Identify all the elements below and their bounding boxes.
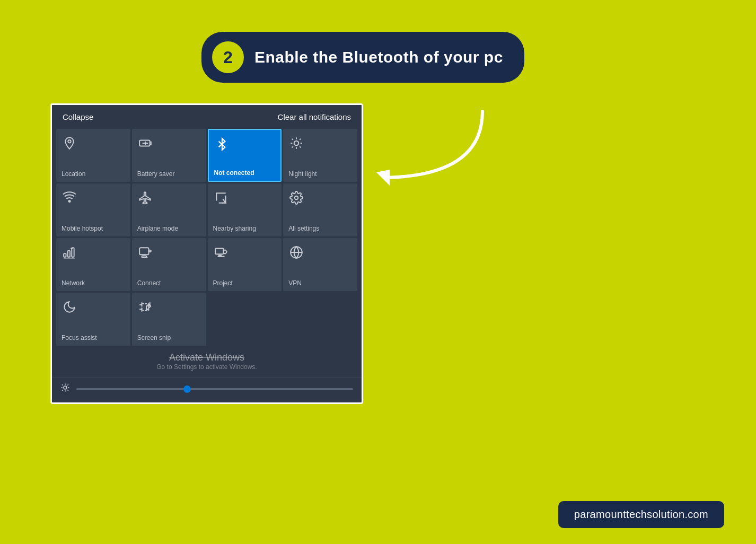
screen-snip-icon — [138, 300, 152, 318]
network-icon — [63, 245, 76, 263]
connect-icon — [138, 245, 152, 263]
svg-rect-17 — [68, 251, 70, 257]
svg-rect-18 — [72, 248, 74, 257]
focus-assist-tile[interactable]: Focus assist — [56, 293, 130, 346]
svg-line-38 — [67, 384, 68, 385]
battery-saver-label: Battery saver — [137, 170, 175, 178]
battery-saver-tile[interactable]: Battery saver — [132, 129, 206, 182]
airplane-mode-tile[interactable]: Airplane mode — [132, 183, 206, 236]
project-label: Project — [213, 279, 233, 287]
brightness-slider[interactable] — [76, 388, 353, 390]
battery-saver-icon — [138, 136, 152, 154]
svg-line-36 — [67, 390, 68, 391]
connect-label: Connect — [137, 279, 161, 287]
footer-brand: paramounttechsolution.com — [558, 501, 724, 528]
svg-line-12 — [292, 146, 293, 147]
brightness-bar — [52, 377, 362, 402]
mobile-hotspot-label: Mobile hotspot — [61, 225, 103, 232]
svg-line-35 — [62, 384, 63, 385]
location-tile[interactable]: Location — [56, 129, 130, 182]
brightness-icon — [60, 383, 70, 395]
all-settings-icon — [289, 191, 303, 208]
svg-point-14 — [68, 200, 70, 202]
focus-assist-icon — [63, 300, 76, 318]
svg-line-10 — [292, 139, 293, 140]
location-label: Location — [61, 170, 85, 178]
brightness-thumb — [183, 385, 191, 393]
night-light-tile[interactable]: Night light — [283, 129, 357, 182]
mobile-hotspot-icon — [63, 191, 76, 208]
activate-subtitle: Go to Settings to activate Windows. — [60, 363, 353, 371]
bluetooth-icon — [215, 137, 229, 155]
svg-rect-24 — [215, 248, 223, 254]
svg-rect-16 — [64, 253, 66, 257]
svg-point-30 — [64, 386, 67, 389]
bluetooth-tile[interactable]: Not conected — [208, 129, 282, 182]
focus-assist-label: Focus assist — [61, 334, 97, 341]
quick-actions-grid: Location Battery saver Not conected — [52, 129, 362, 350]
project-icon — [214, 245, 228, 263]
network-label: Network — [61, 279, 85, 287]
location-icon — [63, 136, 76, 154]
collapse-button[interactable]: Collapse — [63, 112, 93, 121]
all-settings-tile[interactable]: All settings — [283, 183, 357, 236]
svg-line-37 — [62, 390, 63, 391]
action-center-panel: Collapse Clear all notifications Locatio… — [50, 103, 363, 404]
bluetooth-label: Not conected — [214, 169, 254, 177]
vpn-icon — [289, 245, 303, 263]
svg-point-5 — [294, 141, 299, 146]
step-banner: 2 Enable the Bluetooth of your pc — [201, 32, 524, 83]
action-center-header: Collapse Clear all notifications — [52, 105, 362, 129]
screen-snip-tile[interactable]: Screen snip — [132, 293, 206, 346]
step-text: Enable the Bluetooth of your pc — [254, 48, 503, 66]
vpn-label: VPN — [288, 279, 302, 287]
activate-windows-watermark: Activate Windows Go to Settings to activ… — [52, 350, 362, 377]
svg-line-13 — [300, 139, 301, 140]
clear-notifications-button[interactable]: Clear all notifications — [278, 112, 351, 121]
airplane-mode-label: Airplane mode — [137, 225, 178, 232]
connect-tile[interactable]: Connect — [132, 238, 206, 291]
svg-point-15 — [295, 196, 298, 200]
airplane-mode-icon — [138, 191, 152, 208]
svg-rect-23 — [148, 250, 151, 252]
project-tile[interactable]: Project — [208, 238, 282, 291]
night-light-label: Night light — [288, 170, 317, 178]
vpn-tile[interactable]: VPN — [283, 238, 357, 291]
network-tile[interactable]: Network — [56, 238, 130, 291]
svg-marker-0 — [376, 170, 390, 186]
step-number: 2 — [212, 41, 244, 73]
svg-rect-20 — [139, 248, 148, 255]
nearby-sharing-icon — [214, 191, 228, 208]
all-settings-label: All settings — [288, 225, 319, 232]
night-light-icon — [289, 136, 303, 154]
nearby-sharing-label: Nearby sharing — [213, 225, 256, 232]
svg-point-1 — [68, 140, 71, 143]
screen-snip-label: Screen snip — [137, 334, 171, 341]
svg-line-11 — [300, 146, 301, 147]
activate-title: Activate Windows — [60, 352, 353, 363]
mobile-hotspot-tile[interactable]: Mobile hotspot — [56, 183, 130, 236]
nearby-sharing-tile[interactable]: Nearby sharing — [208, 183, 282, 236]
